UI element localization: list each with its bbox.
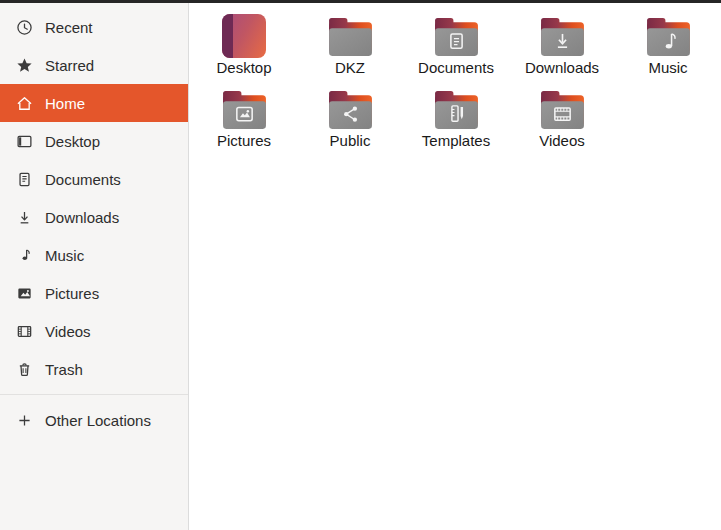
sidebar-item-label: Music [45,247,84,264]
sidebar-item-trash[interactable]: Trash [0,350,188,388]
file-label: Downloads [525,60,599,76]
places-sidebar: Recent Starred Home Desktop [0,3,189,530]
desktop-panel-icon [16,133,33,150]
sidebar-item-other-locations[interactable]: Other Locations [0,401,188,439]
clock-icon [16,19,33,36]
sidebar-item-label: Pictures [45,285,99,302]
file-label: Public [330,133,371,149]
sidebar-item-label: Downloads [45,209,119,226]
sidebar-item-pictures[interactable]: Pictures [0,274,188,312]
file-label: Music [648,60,687,76]
sidebar-item-label: Documents [45,171,121,188]
sidebar-item-videos[interactable]: Videos [0,312,188,350]
trash-icon [16,361,33,378]
document-icon [16,171,33,188]
folder-plain-icon [326,13,375,58]
sidebar-item-desktop[interactable]: Desktop [0,122,188,160]
file-item-pictures[interactable]: Pictures [191,86,297,159]
sidebar-item-music[interactable]: Music [0,236,188,274]
music-note-icon [16,247,33,264]
sidebar-item-label: Starred [45,57,94,74]
sidebar-item-label: Home [45,95,85,112]
sidebar-item-label: Other Locations [45,412,151,429]
file-label: Desktop [216,60,271,76]
home-icon [16,95,33,112]
sidebar-item-documents[interactable]: Documents [0,160,188,198]
film-strip-icon [16,323,33,340]
sidebar-separator [0,394,188,395]
folder-video-icon [538,86,587,131]
file-label: Documents [418,60,494,76]
folder-download-icon [538,13,587,58]
sidebar-item-downloads[interactable]: Downloads [0,198,188,236]
file-label: DKZ [335,60,365,76]
file-grid: Desktop DKZ Do [189,3,721,530]
sidebar-item-label: Recent [45,19,93,36]
sidebar-list: Recent Starred Home Desktop [0,8,188,388]
file-item-music[interactable]: Music [615,13,721,86]
desktop-icon-strip [222,14,233,58]
file-item-documents[interactable]: Documents [403,13,509,86]
file-item-templates[interactable]: Templates [403,86,509,159]
file-label: Videos [539,133,585,149]
folder-document-icon [432,13,481,58]
sidebar-item-starred[interactable]: Starred [0,46,188,84]
file-manager-window: Recent Starred Home Desktop [0,3,721,530]
folder-picture-icon [220,86,269,131]
sidebar-item-recent[interactable]: Recent [0,8,188,46]
file-item-downloads[interactable]: Downloads [509,13,615,86]
file-item-dkz[interactable]: DKZ [297,13,403,86]
sidebar-item-label: Videos [45,323,91,340]
folder-share-icon [326,86,375,131]
sidebar-item-label: Desktop [45,133,100,150]
folder-template-icon [432,86,481,131]
file-item-videos[interactable]: Videos [509,86,615,159]
file-item-public[interactable]: Public [297,86,403,159]
folder-music-icon [644,13,693,58]
sidebar-item-home[interactable]: Home [0,84,188,122]
picture-icon [16,285,33,302]
download-arrow-icon [16,209,33,226]
file-label: Templates [422,133,490,149]
star-icon [16,57,33,74]
file-item-desktop[interactable]: Desktop [191,13,297,86]
sidebar-item-label: Trash [45,361,83,378]
plus-icon [16,412,33,429]
file-label: Pictures [217,133,271,149]
desktop-wallpaper-icon [222,13,266,58]
